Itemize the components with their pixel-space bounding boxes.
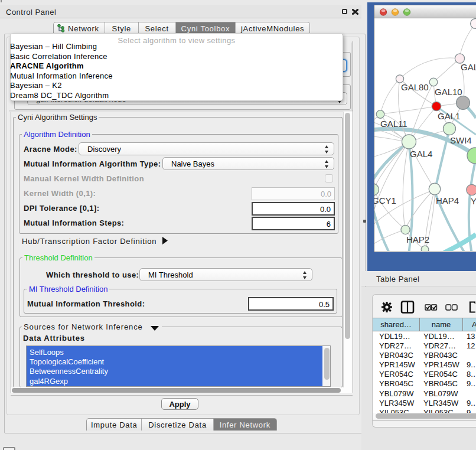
svg-text:HAP4: HAP4 bbox=[436, 195, 459, 206]
svg-text:GAL11: GAL11 bbox=[380, 119, 407, 129]
svg-text:GAL: GAL bbox=[461, 62, 476, 72]
svg-text:GCY1: GCY1 bbox=[374, 195, 396, 206]
svg-text:GAL1: GAL1 bbox=[438, 111, 460, 121]
svg-text:GAL80: GAL80 bbox=[401, 82, 429, 92]
svg-text:HAP2: HAP2 bbox=[406, 234, 429, 244]
svg-text:Y: Y bbox=[471, 196, 476, 206]
svg-text:GAL4: GAL4 bbox=[410, 149, 432, 159]
svg-text:SWI4: SWI4 bbox=[450, 135, 472, 145]
svg-text:GAL10: GAL10 bbox=[435, 87, 462, 97]
